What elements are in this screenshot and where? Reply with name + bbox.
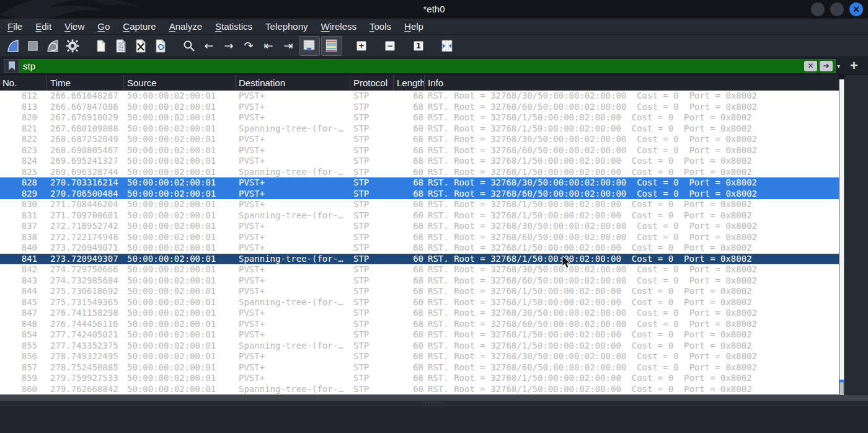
menu-item[interactable]: Tools [365, 19, 396, 34]
packet-row[interactable]: 825 269.696328744 50:00:00:02:00:01 Span… [0, 167, 839, 178]
cell-protocol: STP [350, 123, 394, 135]
packet-row[interactable]: 848 276.744456116 50:00:00:02:00:01 PVST… [0, 319, 839, 330]
menu-item[interactable]: File [2, 19, 27, 34]
restart-capture-button[interactable] [43, 37, 62, 55]
packet-row[interactable]: 831 271.709700601 50:00:00:02:00:01 Span… [0, 210, 839, 221]
packet-row[interactable]: 828 270.703316214 50:00:00:02:00:01 PVST… [0, 177, 839, 189]
add-filter-button[interactable]: + [850, 59, 858, 73]
column-header-length[interactable]: Length [394, 75, 425, 91]
menu-item[interactable]: View [60, 19, 89, 34]
packet-row[interactable]: 820 267.676910029 50:00:00:02:00:01 PVST… [0, 112, 839, 123]
find-packet-button[interactable] [180, 37, 198, 55]
go-back-button[interactable]: ← [200, 37, 218, 55]
vertical-scrollbar[interactable] [839, 79, 844, 395]
menu-item[interactable]: Help [399, 19, 428, 34]
packet-row[interactable]: 860 279.762668842 50:00:00:02:00:01 Span… [0, 384, 839, 395]
filter-text: stp [19, 61, 804, 71]
packet-row[interactable]: 855 277.743352375 50:00:00:02:00:01 Span… [0, 341, 839, 352]
cell-no: 823 [0, 145, 47, 156]
packet-row[interactable]: 841 273.720949307 50:00:00:02:00:01 Span… [0, 254, 839, 265]
menu-item[interactable]: Go [92, 19, 115, 34]
column-header-source[interactable]: Source [124, 75, 236, 91]
reload-file-button[interactable] [151, 37, 170, 55]
cell-length: 60 [394, 254, 425, 265]
close-button[interactable]: ✕ [849, 2, 863, 16]
minimize-button[interactable] [811, 2, 825, 16]
packet-row[interactable]: 840 273.720949071 50:00:00:02:00:01 PVST… [0, 243, 839, 254]
title-bar[interactable]: *eth0 ✕ [0, 0, 868, 19]
menu-item[interactable]: Capture [118, 19, 161, 34]
packet-row[interactable]: 845 275.731549365 50:00:00:02:00:01 Span… [0, 297, 839, 308]
packet-row[interactable]: 812 266.661648267 50:00:00:02:00:01 PVST… [0, 91, 839, 102]
cell-destination: Spanning-tree-(for-… [236, 341, 350, 352]
close-file-button[interactable] [131, 37, 150, 55]
go-to-packet-button[interactable]: ↷ [239, 37, 258, 55]
packet-row[interactable]: 829 270.706500484 50:00:00:02:00:01 PVST… [0, 189, 839, 200]
column-header-time[interactable]: Time [47, 75, 124, 91]
normal-size-button[interactable]: 1 [409, 37, 428, 55]
zoom-in-button[interactable]: + [352, 37, 371, 55]
go-first-packet-button[interactable]: ⇤ [259, 37, 278, 55]
cell-no: 813 [0, 102, 47, 113]
packet-row[interactable]: 844 275.730618692 50:00:00:02:00:01 PVST… [0, 286, 839, 297]
cell-time: 267.680109888 [47, 123, 124, 135]
packet-row[interactable]: 813 266.667847086 50:00:00:02:00:01 PVST… [0, 102, 839, 113]
cell-protocol: STP [350, 145, 394, 156]
column-header-protocol[interactable]: Protocol [350, 75, 394, 91]
packet-row[interactable]: 856 278.749322495 50:00:00:02:00:01 PVST… [0, 351, 839, 362]
cell-time: 268.690805467 [47, 145, 124, 156]
filter-clear-button[interactable]: ✕ [804, 61, 817, 71]
menu-item[interactable]: Analyze [164, 19, 207, 34]
cell-destination: Spanning-tree-(for-… [236, 384, 350, 395]
right-filler-panel [844, 75, 868, 395]
menu-item[interactable]: Statistics [210, 19, 257, 34]
packet-row[interactable]: 859 279.759927533 50:00:00:02:00:01 PVST… [0, 373, 839, 384]
menu-item[interactable]: Telephony [260, 19, 312, 34]
cell-info: RST. Root = 32768/30/50:00:00:02:00:00 C… [425, 177, 839, 189]
pane-splitter-handle[interactable]: ······ [0, 401, 868, 406]
column-header-no[interactable]: No. [0, 75, 47, 91]
go-last-packet-button[interactable]: ⇥ [279, 37, 298, 55]
zoom-out-button[interactable]: − [381, 37, 399, 55]
packet-row[interactable]: 842 274.729750666 50:00:00:02:00:01 PVST… [0, 264, 839, 275]
stop-capture-button[interactable] [24, 37, 42, 55]
cell-destination: PVST+ [236, 189, 350, 200]
packet-row[interactable]: 843 274.732985684 50:00:00:02:00:01 PVST… [0, 275, 839, 287]
packet-row[interactable]: 854 277.742405021 50:00:00:02:00:01 PVST… [0, 329, 839, 341]
cell-time: 276.744456116 [47, 319, 124, 330]
packet-row[interactable]: 830 271.708446204 50:00:00:02:00:01 PVST… [0, 199, 839, 210]
go-forward-button[interactable]: → [219, 37, 238, 55]
filter-dropdown-chevron[interactable]: ▾ [836, 63, 844, 69]
packet-row[interactable]: 847 276.741158298 50:00:00:02:00:01 PVST… [0, 308, 839, 319]
menu-item[interactable]: Wireless [316, 19, 362, 34]
packet-row[interactable]: 837 272.718952742 50:00:00:02:00:01 PVST… [0, 221, 839, 232]
column-header-info[interactable]: Info [425, 75, 839, 91]
packet-row[interactable]: 838 272.722174948 50:00:00:02:00:01 PVST… [0, 232, 839, 243]
resize-columns-button[interactable] [438, 37, 456, 55]
save-file-button[interactable]: 0101 0110 0011 [112, 37, 130, 55]
cell-info: RST. Root = 32768/60/50:00:00:02:00:00 C… [425, 102, 839, 113]
open-file-button[interactable] [92, 37, 110, 55]
column-header-destination[interactable]: Destination [236, 75, 350, 91]
packet-row[interactable]: 823 268.690805467 50:00:00:02:00:01 PVST… [0, 145, 839, 156]
maximize-button[interactable] [830, 2, 844, 16]
cell-info: RST. Root = 32768/1/50:00:00:02:00:00 Co… [425, 167, 839, 178]
scrollbar-thumb[interactable] [839, 382, 844, 395]
packet-row[interactable]: 821 267.680109888 50:00:00:02:00:01 Span… [0, 123, 839, 135]
cell-source: 50:00:00:02:00:01 [124, 145, 236, 156]
filter-bookmark-button[interactable] [4, 60, 19, 73]
cell-info: RST. Root = 32768/1/50:00:00:02:00:00 Co… [425, 384, 839, 395]
colorize-packets-button[interactable] [321, 36, 342, 56]
cell-length: 68 [394, 286, 425, 297]
start-capture-button[interactable] [4, 37, 22, 55]
cell-info: RST. Root = 32768/30/50:00:00:02:00:00 C… [425, 221, 839, 232]
menu-item[interactable]: Edit [30, 19, 56, 34]
filter-apply-button[interactable]: ➜ [820, 61, 833, 71]
packet-row[interactable]: 857 278.752450885 50:00:00:02:00:01 PVST… [0, 362, 839, 373]
auto-scroll-button[interactable] [299, 36, 320, 56]
display-filter-input[interactable]: stp ✕ ➜ [4, 59, 836, 73]
capture-options-button[interactable] [63, 37, 82, 55]
cell-info: RST. Root = 32768/1/50:00:00:02:00:00 Co… [425, 373, 839, 384]
packet-row[interactable]: 824 269.695241327 50:00:00:02:00:01 PVST… [0, 156, 839, 167]
packet-row[interactable]: 822 268.687252049 50:00:00:02:00:01 PVST… [0, 134, 839, 145]
